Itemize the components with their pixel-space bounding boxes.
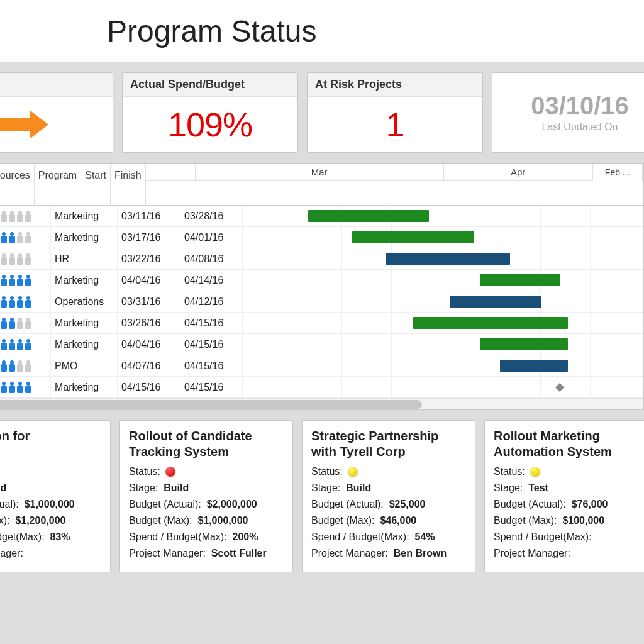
cell-finish: 04/12/16 xyxy=(180,291,242,312)
cell-start: 03/11/16 xyxy=(118,206,180,226)
gantt-bar[interactable] xyxy=(308,210,429,222)
table-row[interactable]: Marketing03/11/1603/28/16 xyxy=(0,206,643,227)
resources-icon xyxy=(0,296,32,308)
gantt-cell xyxy=(242,355,643,376)
person-icon xyxy=(25,382,32,393)
gantt-bar[interactable] xyxy=(500,360,568,372)
gantt-bar[interactable] xyxy=(352,231,474,243)
table-row[interactable]: Operations03/31/1604/12/16 xyxy=(0,291,643,313)
budget-max-value: $1,200,000 xyxy=(15,515,65,526)
kpi-spend[interactable]: Actual Spend/Budget 109% xyxy=(122,72,298,153)
person-icon xyxy=(25,211,32,222)
person-icon xyxy=(0,232,8,243)
table-row[interactable]: Marketing04/04/1604/15/16 xyxy=(0,334,643,355)
person-icon xyxy=(25,360,32,372)
person-icon xyxy=(0,360,8,372)
person-icon xyxy=(0,253,8,265)
person-icon xyxy=(25,339,32,350)
person-icon xyxy=(25,275,32,286)
stage-value: Test xyxy=(528,482,548,493)
table-row[interactable]: Marketing03/17/1604/01/16 xyxy=(0,227,643,248)
col-header-program[interactable]: Program xyxy=(35,164,81,205)
pm-label: Project Manager: xyxy=(494,548,570,558)
col-header-start[interactable]: Start xyxy=(81,164,111,205)
cell-program: Marketing xyxy=(51,270,118,291)
budget-actual-value: $25,000 xyxy=(389,499,426,509)
resources-icon xyxy=(0,382,32,393)
budget-actual-value: $2,000,000 xyxy=(207,499,257,509)
cell-program: Marketing xyxy=(51,206,118,226)
person-icon xyxy=(8,296,16,308)
kpi-row: Trend Actual Spend/Budget 109% At Risk P… xyxy=(0,62,644,163)
project-card[interactable]: Promotion forStatus: Stage: BuildBudget … xyxy=(0,420,111,572)
gantt-bar[interactable] xyxy=(413,317,568,329)
kpi-updated[interactable]: 03/10/16 Last Updated On xyxy=(492,72,644,153)
person-icon xyxy=(16,232,24,243)
gantt-cell xyxy=(242,334,643,355)
kpi-label: Trend xyxy=(0,73,113,97)
kpi-trend[interactable]: Trend xyxy=(0,72,113,153)
horizontal-scrollbar[interactable] xyxy=(0,398,643,409)
person-icon xyxy=(0,211,8,222)
spend-label: Spend / Budget(Max): xyxy=(0,531,45,542)
gantt-bar[interactable] xyxy=(450,296,541,308)
cell-finish: 04/08/16 xyxy=(180,248,242,269)
cell-start: 04/04/16 xyxy=(118,270,180,291)
table-row[interactable]: PMO04/07/1604/15/16 xyxy=(0,355,643,377)
cell-start: 03/31/16 xyxy=(118,291,180,312)
spend-value: 83% xyxy=(50,531,70,542)
gantt-cell xyxy=(242,227,643,248)
gantt-cell xyxy=(242,270,643,291)
table-row[interactable]: Marketing03/26/1604/15/16 xyxy=(0,313,643,334)
cell-program: Marketing xyxy=(51,377,118,397)
budget-actual-value: $1,000,000 xyxy=(25,499,75,509)
budget-max-value: $1,000,000 xyxy=(197,515,248,526)
status-label: Status: xyxy=(494,466,525,477)
scrollbar-thumb[interactable] xyxy=(0,400,422,409)
arrow-right-icon xyxy=(0,110,53,139)
budget-max-value: $46,000 xyxy=(380,515,416,526)
budget-max-label: Budget (Max): xyxy=(311,515,374,526)
table-row[interactable]: Marketing04/15/1604/15/16 xyxy=(0,377,643,398)
kpi-value: 109% xyxy=(168,105,252,144)
cell-program: Operations xyxy=(51,291,118,312)
stage-value: Build xyxy=(164,482,189,493)
card-title: Strategic Partnership with Tyrell Corp xyxy=(311,428,466,460)
cell-program: HR xyxy=(51,248,118,269)
kpi-risk[interactable]: At Risk Projects 1 xyxy=(307,72,483,153)
resources-icon xyxy=(0,211,32,222)
gantt-cell xyxy=(242,291,643,312)
person-icon xyxy=(16,339,24,350)
spend-label: Spend / Budget(Max): xyxy=(311,531,409,542)
project-card[interactable]: Rollout of Candidate Tracking SystemStat… xyxy=(119,420,293,572)
budget-max-label: Budget (Max): xyxy=(0,515,9,526)
milestone-icon[interactable] xyxy=(555,383,564,392)
resources-icon xyxy=(0,339,32,350)
person-icon xyxy=(8,318,16,329)
project-card[interactable]: Rollout Marketing Automation SystemStatu… xyxy=(484,420,644,572)
person-icon xyxy=(8,275,16,286)
kpi-sublabel: Last Updated On xyxy=(542,121,618,133)
cell-start: 03/22/16 xyxy=(118,248,180,269)
col-header-resources[interactable]: Resources xyxy=(0,164,35,205)
status-label: Status: xyxy=(129,466,160,477)
cell-start: 04/04/16 xyxy=(118,334,180,355)
pm-value: Ben Brown xyxy=(394,548,447,558)
col-header-finish[interactable]: Finish xyxy=(111,164,146,205)
gantt-bar[interactable] xyxy=(480,338,568,350)
spend-value: 54% xyxy=(415,531,435,542)
person-icon xyxy=(25,296,32,308)
person-icon xyxy=(16,211,24,222)
project-card[interactable]: Strategic Partnership with Tyrell CorpSt… xyxy=(302,420,475,572)
budget-actual-label: Budget (Actual): xyxy=(129,499,201,509)
spend-label: Spend / Budget(Max): xyxy=(129,531,227,542)
kpi-date: 03/10/16 xyxy=(531,92,629,120)
table-row[interactable]: Marketing04/04/1604/14/16 xyxy=(0,270,643,291)
page-title: Program Status xyxy=(0,0,644,62)
gantt-bar[interactable] xyxy=(386,253,510,265)
cell-start: 03/26/16 xyxy=(118,313,180,333)
table-row[interactable]: HR03/22/1604/08/16 xyxy=(0,248,643,270)
person-icon xyxy=(8,253,16,265)
person-icon xyxy=(0,382,8,393)
gantt-bar[interactable] xyxy=(480,274,560,286)
